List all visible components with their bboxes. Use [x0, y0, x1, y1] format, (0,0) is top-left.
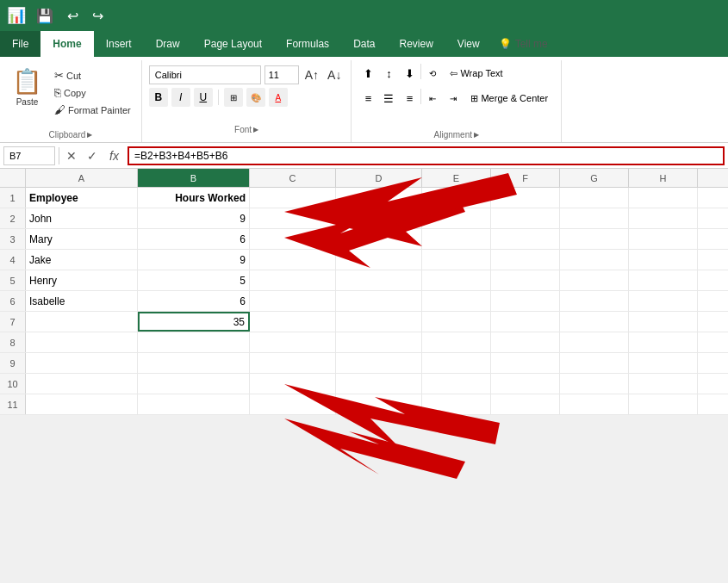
formula-cancel-button[interactable]: ✕	[63, 149, 80, 163]
alignment-label[interactable]: Alignment ▶	[358, 128, 554, 142]
cell-h1[interactable]	[629, 188, 698, 208]
cell-g3[interactable]	[560, 229, 629, 249]
cell-h6[interactable]	[629, 291, 698, 311]
cell-c9[interactable]	[250, 353, 336, 373]
cell-a11[interactable]	[26, 394, 138, 414]
underline-button[interactable]: U	[194, 88, 213, 107]
cell-e4[interactable]	[422, 250, 491, 270]
cell-h11[interactable]	[629, 394, 698, 414]
cell-f8[interactable]	[491, 332, 560, 352]
cut-button[interactable]: ✂ Cut	[51, 67, 134, 84]
cell-b1[interactable]: Hours Worked	[138, 188, 250, 208]
orient-text-button[interactable]: ⟲	[423, 64, 442, 83]
cell-b3[interactable]: 6	[138, 229, 250, 249]
menu-insert[interactable]: Insert	[94, 31, 144, 57]
cell-d8[interactable]	[336, 332, 422, 352]
row-header-3[interactable]: 3	[0, 229, 26, 249]
align-left-button[interactable]: ≡	[358, 89, 377, 108]
menu-page-layout[interactable]: Page Layout	[192, 31, 274, 57]
cell-h5[interactable]	[629, 270, 698, 290]
cell-a7[interactable]	[26, 312, 138, 332]
cell-ref-box[interactable]: B7	[3, 146, 55, 165]
cell-h4[interactable]	[629, 250, 698, 270]
row-header-8[interactable]: 8	[0, 332, 26, 352]
cell-d10[interactable]	[336, 374, 422, 394]
col-header-e[interactable]: E	[422, 169, 491, 187]
row-header-2[interactable]: 2	[0, 208, 26, 228]
cell-d11[interactable]	[336, 394, 422, 414]
cell-d7[interactable]	[336, 312, 422, 332]
cell-g7[interactable]	[560, 312, 629, 332]
cell-g4[interactable]	[560, 250, 629, 270]
cell-f4[interactable]	[491, 250, 560, 270]
cell-d9[interactable]	[336, 353, 422, 373]
cell-d5[interactable]	[336, 270, 422, 290]
row-header-10[interactable]: 10	[0, 374, 26, 394]
cell-b4[interactable]: 9	[138, 250, 250, 270]
cell-c3[interactable]	[250, 229, 336, 249]
menu-view[interactable]: View	[445, 31, 492, 57]
cell-c11[interactable]	[250, 394, 336, 414]
font-color-button[interactable]: A	[269, 88, 288, 107]
cell-a4[interactable]: Jake	[26, 250, 138, 270]
col-header-b[interactable]: B	[138, 169, 250, 187]
copy-button[interactable]: ⎘ Copy	[51, 84, 134, 101]
bold-button[interactable]: B	[149, 88, 168, 107]
cell-h10[interactable]	[629, 374, 698, 394]
cell-e8[interactable]	[422, 332, 491, 352]
cell-h2[interactable]	[629, 208, 698, 228]
cell-e5[interactable]	[422, 270, 491, 290]
row-header-11[interactable]: 11	[0, 394, 26, 414]
cell-f3[interactable]	[491, 229, 560, 249]
row-header-1[interactable]: 1	[0, 188, 26, 208]
cell-h7[interactable]	[629, 312, 698, 332]
cell-b9[interactable]	[138, 353, 250, 373]
cell-e11[interactable]	[422, 394, 491, 414]
cell-h8[interactable]	[629, 332, 698, 352]
menu-home[interactable]: Home	[40, 31, 93, 57]
cell-f11[interactable]	[491, 394, 560, 414]
paste-button[interactable]: 📋 Paste	[7, 64, 47, 110]
cell-b10[interactable]	[138, 374, 250, 394]
cell-e10[interactable]	[422, 374, 491, 394]
cell-b5[interactable]: 5	[138, 270, 250, 290]
fill-color-button[interactable]: 🎨	[246, 88, 265, 107]
menu-draw[interactable]: Draw	[144, 31, 192, 57]
cell-a8[interactable]	[26, 332, 138, 352]
cell-g2[interactable]	[560, 208, 629, 228]
cell-d3[interactable]	[336, 229, 422, 249]
cell-c2[interactable]	[250, 208, 336, 228]
cell-a10[interactable]	[26, 374, 138, 394]
cell-d1[interactable]	[336, 188, 422, 208]
cell-a5[interactable]: Henry	[26, 270, 138, 290]
cell-g1[interactable]	[560, 188, 629, 208]
cell-e3[interactable]	[422, 229, 491, 249]
font-grow-button[interactable]: A↑	[302, 67, 321, 83]
col-header-d[interactable]: D	[336, 169, 422, 187]
align-bottom-button[interactable]: ⬇	[400, 64, 419, 83]
cell-a1[interactable]: Employee	[26, 188, 138, 208]
cell-d2[interactable]	[336, 208, 422, 228]
col-header-c[interactable]: C	[250, 169, 336, 187]
font-name-input[interactable]	[149, 65, 261, 84]
menu-review[interactable]: Review	[387, 31, 445, 57]
cell-b2[interactable]: 9	[138, 208, 250, 228]
cell-a2[interactable]: John	[26, 208, 138, 228]
cell-b7[interactable]: 35	[138, 312, 250, 332]
col-header-a[interactable]: A	[26, 169, 138, 187]
row-header-9[interactable]: 9	[0, 353, 26, 373]
cell-c1[interactable]	[250, 188, 336, 208]
cell-a6[interactable]: Isabelle	[26, 291, 138, 311]
cell-e1[interactable]	[422, 188, 491, 208]
cell-f6[interactable]	[491, 291, 560, 311]
cell-h9[interactable]	[629, 353, 698, 373]
cell-d4[interactable]	[336, 250, 422, 270]
menu-formulas[interactable]: Formulas	[274, 31, 341, 57]
format-painter-button[interactable]: 🖌 Format Painter	[51, 102, 134, 118]
font-shrink-button[interactable]: A↓	[325, 67, 344, 83]
cell-g6[interactable]	[560, 291, 629, 311]
align-right-button[interactable]: ≡	[400, 89, 419, 108]
border-button[interactable]: ⊞	[224, 88, 243, 107]
merge-center-button[interactable]: ⊞ Merge & Center	[464, 89, 554, 108]
indent-increase-button[interactable]: ⇥	[444, 89, 463, 108]
